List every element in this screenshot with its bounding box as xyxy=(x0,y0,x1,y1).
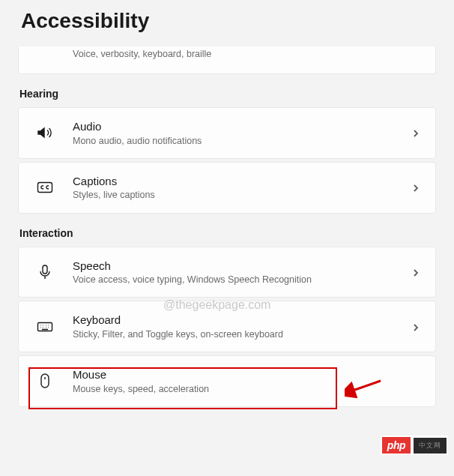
badge-extra: 中文网 xyxy=(414,438,447,454)
settings-content: Voice, verbosity, keyboard, braille Hear… xyxy=(0,46,454,407)
setting-item-text: Captions Styles, live captions xyxy=(73,174,402,202)
section-header-hearing: Hearing xyxy=(19,88,435,100)
audio-icon xyxy=(35,123,55,142)
setting-item-subtitle: Voice, verbosity, keyboard, braille xyxy=(73,48,422,60)
page-title: Accessibility xyxy=(0,0,454,46)
setting-item-audio[interactable]: Audio Mono audio, audio notifications xyxy=(18,107,436,159)
setting-item-subtitle: Sticky, Filter, and Toggle keys, on-scre… xyxy=(73,328,402,340)
setting-item-title: Audio xyxy=(73,119,402,134)
setting-item-title: Keyboard xyxy=(73,313,402,328)
chevron-right-icon xyxy=(411,127,422,138)
svg-rect-2 xyxy=(43,265,47,274)
setting-item-title: Mouse xyxy=(73,367,402,382)
chevron-right-icon xyxy=(411,182,422,193)
captions-icon xyxy=(35,178,55,197)
mouse-icon xyxy=(35,371,55,391)
setting-item-subtitle: Voice access, voice typing, Windows Spee… xyxy=(73,274,402,286)
microphone-icon xyxy=(35,262,55,282)
setting-item-title: Speech xyxy=(73,259,402,274)
setting-item-mouse[interactable]: Mouse Mouse keys, speed, acceleration xyxy=(18,355,436,407)
setting-item-title: Captions xyxy=(73,174,402,189)
setting-item-speech[interactable]: Speech Voice access, voice typing, Windo… xyxy=(18,247,436,298)
setting-item-keyboard[interactable]: Keyboard Sticky, Filter, and Toggle keys… xyxy=(18,301,436,352)
setting-item-subtitle: Mono audio, audio notifications xyxy=(73,135,402,147)
setting-item-text: Mouse Mouse keys, speed, acceleration xyxy=(73,367,402,395)
badge-php: php xyxy=(382,437,411,454)
setting-item-text: Audio Mono audio, audio notifications xyxy=(73,119,402,147)
chevron-right-icon xyxy=(411,267,422,277)
setting-item-text: Keyboard Sticky, Filter, and Toggle keys… xyxy=(73,313,402,340)
svg-rect-4 xyxy=(41,374,49,388)
setting-item-text: Speech Voice access, voice typing, Windo… xyxy=(73,259,402,286)
setting-item-subtitle: Styles, live captions xyxy=(73,189,402,201)
setting-item-narrator[interactable]: Voice, verbosity, keyboard, braille xyxy=(18,46,436,74)
chevron-right-icon xyxy=(411,322,422,332)
setting-item-captions[interactable]: Captions Styles, live captions xyxy=(18,162,436,214)
section-header-interaction: Interaction xyxy=(19,227,435,239)
source-badge: php 中文网 xyxy=(381,436,448,455)
keyboard-icon xyxy=(35,317,55,337)
setting-item-text: Voice, verbosity, keyboard, braille xyxy=(73,47,422,60)
svg-rect-1 xyxy=(38,183,52,193)
setting-item-subtitle: Mouse keys, speed, acceleration xyxy=(73,383,402,395)
